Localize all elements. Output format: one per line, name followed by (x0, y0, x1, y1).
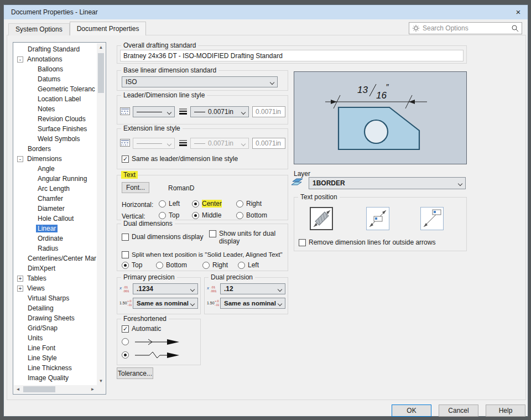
tree-item[interactable]: +Tables (14, 273, 96, 283)
font-button[interactable]: Font... (122, 182, 149, 193)
tree-item[interactable]: Geometric Toleranc (14, 84, 96, 94)
scroll-right-icon[interactable]: ► (88, 385, 97, 393)
tree-item[interactable]: Chamfer (14, 194, 96, 204)
collapse-icon[interactable]: - (17, 156, 23, 162)
tree-item[interactable]: Grid/Snap (14, 323, 96, 333)
expand-icon[interactable]: + (17, 276, 23, 282)
radio-label: Center (202, 200, 222, 208)
tree-item[interactable]: Angle (14, 164, 96, 174)
tree-item[interactable]: Centerlines/Center Marl (14, 253, 96, 263)
tree-item[interactable]: Radius (14, 243, 96, 253)
scrollbar-corner (97, 385, 105, 393)
automatic-checkbox[interactable]: Automatic (122, 325, 161, 333)
tree-item[interactable]: Datums (14, 74, 96, 84)
tree-item-label: Diameter (36, 205, 66, 212)
collapse-icon[interactable]: - (17, 56, 23, 63)
tree-item[interactable]: DimXpert (14, 263, 96, 273)
tree-item[interactable]: Hole Callout (14, 214, 96, 224)
title-bar[interactable]: Document Properties - Linear × (4, 5, 528, 19)
tree-item[interactable]: -Dimensions (14, 154, 96, 164)
leader-line-style-select[interactable] (133, 106, 175, 117)
radio-horizontal-center[interactable]: Center (192, 200, 222, 208)
cancel-button[interactable]: Cancel (439, 405, 478, 417)
tolerance-button[interactable]: Tolerance... (117, 367, 153, 379)
radio-dual-right[interactable]: Right (202, 261, 228, 269)
scroll-left-icon[interactable]: ◄ (14, 385, 22, 393)
search-input[interactable] (423, 24, 508, 32)
horizontal-text-end-icon (421, 208, 443, 230)
tab-system-options[interactable]: System Options (8, 23, 70, 35)
tree-item[interactable]: Line Font (14, 343, 96, 353)
tree-item[interactable]: Weld Symbols (14, 134, 96, 144)
expand-icon[interactable]: + (17, 286, 23, 292)
text-position-aligned-button[interactable] (310, 207, 333, 230)
horizontal-scrollbar[interactable]: ◄ ► (14, 385, 97, 393)
horizontal-scroll-thumb[interactable] (23, 386, 55, 392)
tree-item[interactable]: Line Thickness (14, 363, 96, 373)
leader-custom-weight-value: 0.0071in (256, 108, 281, 116)
svg-text:x: x (207, 286, 210, 291)
radio-vertical-bottom[interactable]: Bottom (236, 211, 267, 219)
radio-dual-bottom[interactable]: Bottom (156, 261, 187, 269)
tree-item[interactable]: Drawing Sheets (14, 313, 96, 323)
radio-foreshortened-zigzag[interactable] (122, 351, 129, 359)
scroll-up-icon[interactable]: ▲ (97, 43, 105, 51)
tab-document-properties[interactable]: Document Properties (70, 22, 147, 35)
dual-precision-select[interactable]: .12 (220, 283, 285, 294)
tree-item[interactable]: +Views (14, 283, 96, 293)
checkbox-label: Split when text position is "Solid Leade… (132, 251, 283, 258)
split-text-position-checkbox[interactable]: Split when text position is "Solid Leade… (122, 251, 283, 258)
extension-line-style-group: Extension line style 0.0071in 0.0071in S… (117, 128, 288, 169)
layer-select[interactable]: 1BORDER (309, 177, 466, 189)
ok-button[interactable]: OK (392, 405, 431, 417)
leader-custom-weight-input[interactable]: 0.0071in (252, 106, 285, 117)
tree-item[interactable]: Units (14, 333, 96, 343)
tree-item[interactable]: Diameter (14, 204, 96, 214)
line-weight-icon (178, 107, 188, 115)
tree-item[interactable]: Line Style (14, 353, 96, 363)
vertical-scroll-thumb[interactable] (98, 53, 104, 93)
dual-tolerance-precision-select[interactable]: Same as nominal (220, 298, 285, 309)
leader-line-weight-select[interactable]: 0.0071in (190, 106, 249, 117)
vertical-scrollbar[interactable]: ▲ ▼ (97, 43, 105, 385)
close-button[interactable]: × (512, 6, 524, 18)
base-standard-select[interactable]: ISO (122, 76, 278, 87)
text-position-center-button[interactable] (366, 207, 389, 230)
primary-tolerance-precision-select[interactable]: Same as nominal (133, 298, 198, 309)
radio-vertical-top[interactable]: Top (159, 211, 179, 219)
dual-dimensions-display-checkbox[interactable]: Dual dimensions display (122, 233, 203, 241)
tree-item[interactable]: Virtual Sharps (14, 293, 96, 303)
radio-horizontal-right[interactable]: Right (236, 200, 262, 208)
text-position-end-button[interactable] (420, 207, 444, 230)
tree-item[interactable]: Balloons (14, 64, 96, 74)
remove-dimension-lines-checkbox[interactable]: Remove dimension lines for outside arrow… (299, 238, 435, 246)
extension-custom-weight-input[interactable]: 0.0071in (252, 138, 285, 149)
radio-vertical-middle[interactable]: Middle (192, 211, 221, 219)
tree-item-label: Line Thickness (26, 364, 74, 372)
tree-item[interactable]: Detailing (14, 303, 96, 313)
tree-item[interactable]: Borders (14, 144, 96, 154)
tree-item[interactable]: Image Quality (14, 373, 96, 383)
same-as-leader-checkbox[interactable]: Same as leader/dimension line style (122, 155, 238, 163)
tree-item[interactable]: Location Label (14, 94, 96, 104)
show-units-for-dual-checkbox[interactable]: Show units for dual display (209, 230, 281, 245)
tree-item[interactable]: Drafting Standard (14, 44, 96, 54)
search-box[interactable] (409, 22, 522, 34)
tree-item[interactable]: -Annotations (14, 54, 96, 64)
scroll-down-icon[interactable]: ▼ (97, 377, 105, 385)
radio-label: Top (132, 261, 142, 269)
help-button[interactable]: Help (486, 405, 525, 417)
tree-item[interactable]: Notes (14, 104, 96, 114)
tree-item[interactable]: Linear (14, 224, 96, 234)
tree-item[interactable]: Surface Finishes (14, 124, 96, 134)
radio-dual-top[interactable]: Top (122, 261, 142, 269)
tree-item[interactable]: Ordinate (14, 234, 96, 243)
radio-horizontal-left[interactable]: Left (159, 200, 180, 208)
tree-item[interactable]: Angular Running (14, 174, 96, 184)
radio-dual-left[interactable]: Left (238, 261, 259, 269)
tree-item[interactable]: Arc Length (14, 184, 96, 194)
radio-foreshortened-straight[interactable] (122, 338, 129, 345)
primary-precision-select[interactable]: .1234 (133, 283, 198, 294)
tree-item[interactable]: Revision Clouds (14, 114, 96, 124)
leader-dimension-line-style-group: Leader/Dimension line style 0.0071in 0.0… (117, 95, 288, 125)
